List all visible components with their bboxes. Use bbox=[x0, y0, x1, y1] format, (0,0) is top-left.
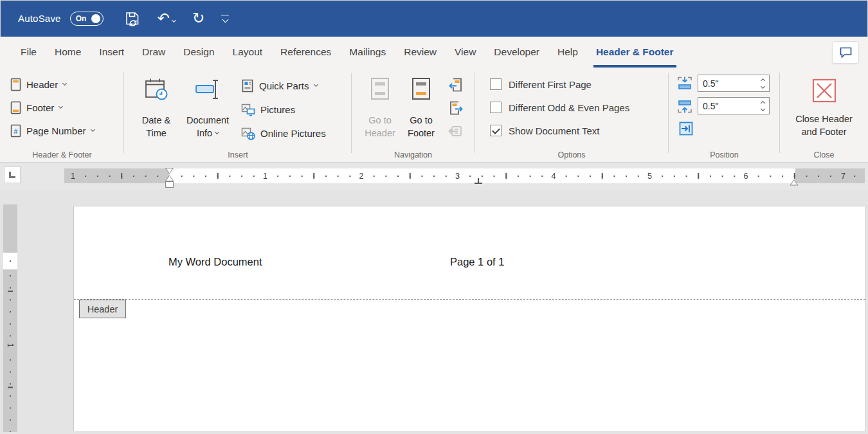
ribbon-tab-bar: File Home Insert Draw Design Layout Refe… bbox=[0, 37, 868, 68]
document-page[interactable]: My Word Document Page 1 of 1 Header bbox=[73, 206, 866, 431]
insert-alignment-tab-button[interactable] bbox=[676, 120, 696, 138]
pictures-label: Pictures bbox=[260, 104, 295, 115]
header-page-number-text[interactable]: Page 1 of 1 bbox=[450, 256, 504, 268]
overline bbox=[221, 15, 229, 16]
date-time-label-line2: Time bbox=[146, 127, 167, 140]
header-from-top-row: 0.5" bbox=[676, 72, 780, 95]
show-document-text-checkbox[interactable]: Show Document Text bbox=[490, 119, 669, 142]
horizontal-ruler[interactable]: 1 1 2 3 4 5 6 7 bbox=[64, 168, 865, 183]
link-to-previous-icon bbox=[448, 123, 464, 140]
autosave-toggle[interactable]: On bbox=[70, 12, 104, 26]
navigation-small-buttons bbox=[447, 70, 465, 162]
tab-home[interactable]: Home bbox=[46, 37, 90, 68]
page-number-icon: # bbox=[10, 124, 21, 138]
chevron-down-icon bbox=[215, 130, 219, 134]
autosave-toggle-state: On bbox=[76, 14, 87, 23]
ruler-number: 2 bbox=[357, 168, 366, 183]
go-to-header-icon bbox=[368, 77, 392, 102]
next-section-button[interactable] bbox=[447, 100, 465, 116]
tab-design[interactable]: Design bbox=[174, 37, 223, 68]
insert-small-buttons: Quick Parts Pictures bbox=[241, 70, 326, 162]
tab-view[interactable]: View bbox=[446, 37, 485, 68]
tab-mailings[interactable]: Mailings bbox=[340, 37, 395, 68]
go-to-footer-button[interactable]: Go to Footer bbox=[401, 70, 442, 162]
quick-parts-button[interactable]: Quick Parts bbox=[241, 76, 326, 95]
tab-file[interactable]: File bbox=[12, 37, 46, 68]
date-time-button[interactable]: Date & Time bbox=[131, 70, 182, 162]
center-tab-stop-marker[interactable] bbox=[475, 176, 482, 187]
group-navigation: Go to Header Go to Footer bbox=[352, 68, 475, 162]
header-from-top-value: 0.5" bbox=[703, 78, 718, 89]
ruler-number: 5 bbox=[645, 168, 655, 183]
redo-button[interactable]: ↻ bbox=[192, 11, 204, 26]
chevron-down-icon bbox=[59, 104, 63, 109]
close-header-footer-button[interactable]: Close Header and Footer bbox=[786, 71, 863, 162]
document-info-label-line2: Info bbox=[197, 127, 212, 140]
page-number-button-label: Page Number bbox=[26, 125, 86, 136]
tab-draw[interactable]: Draw bbox=[133, 37, 174, 68]
pictures-button[interactable]: Pictures bbox=[241, 100, 326, 119]
footer-from-bottom-spinner[interactable] bbox=[757, 102, 769, 111]
header-icon bbox=[10, 78, 21, 91]
insert-alignment-tab-icon bbox=[678, 120, 694, 137]
header-boundary-line bbox=[74, 299, 865, 300]
pictures-icon bbox=[241, 103, 255, 116]
indent-markers[interactable] bbox=[165, 168, 174, 192]
checkbox-icon[interactable] bbox=[490, 102, 502, 113]
show-document-text-label: Show Document Text bbox=[509, 125, 599, 136]
tab-references[interactable]: References bbox=[271, 37, 340, 68]
left-indent-marker[interactable] bbox=[166, 182, 174, 188]
hanging-indent-marker[interactable] bbox=[166, 176, 174, 181]
footer-from-bottom-icon bbox=[676, 98, 693, 114]
footer-icon bbox=[10, 101, 21, 114]
quick-access-options-button[interactable] bbox=[221, 15, 229, 23]
header-from-top-spinner[interactable] bbox=[757, 79, 769, 88]
tab-layout[interactable]: Layout bbox=[224, 37, 272, 68]
link-to-previous-button bbox=[447, 123, 465, 140]
spinner-down-icon[interactable] bbox=[761, 106, 765, 111]
checkbox-icon[interactable] bbox=[490, 78, 502, 90]
online-pictures-button[interactable]: Online Pictures bbox=[241, 123, 326, 143]
different-odd-even-checkbox[interactable]: Different Odd & Even Pages bbox=[490, 96, 669, 119]
spinner-up-icon[interactable] bbox=[761, 78, 765, 82]
spinner-down-icon[interactable] bbox=[761, 84, 765, 88]
right-indent-marker[interactable] bbox=[790, 177, 799, 188]
left-tab-icon bbox=[9, 172, 15, 178]
undo-dropdown-chevron-icon[interactable] bbox=[172, 18, 176, 23]
undo-split-button[interactable]: ↶ bbox=[158, 11, 176, 26]
tab-header-footer[interactable]: Header & Footer bbox=[587, 37, 683, 68]
group-label: Header & Footer bbox=[0, 150, 124, 159]
header-button[interactable]: Header bbox=[10, 74, 124, 95]
ruler-number: 3 bbox=[453, 168, 462, 183]
tab-stop-selector[interactable] bbox=[4, 167, 21, 183]
page-number-button[interactable]: # Page Number bbox=[10, 120, 124, 141]
link-to-previous-back-button[interactable] bbox=[447, 77, 465, 93]
tab-developer[interactable]: Developer bbox=[485, 37, 548, 68]
header-from-top-input[interactable]: 0.5" bbox=[698, 75, 770, 92]
tab-insert[interactable]: Insert bbox=[90, 37, 133, 68]
save-button[interactable] bbox=[124, 10, 141, 27]
close-button-label-line1: Close Header bbox=[795, 113, 853, 125]
group-label: Options bbox=[475, 150, 669, 159]
header-left-text[interactable]: My Word Document bbox=[168, 256, 262, 268]
different-first-page-checkbox[interactable]: Different First Page bbox=[490, 73, 669, 96]
checkbox-icon[interactable] bbox=[490, 125, 502, 136]
footer-from-bottom-input[interactable]: 0.5" bbox=[698, 97, 770, 114]
tab-help[interactable]: Help bbox=[548, 37, 587, 68]
word-window: AutoSave On ↶ ↻ bbox=[0, 0, 868, 434]
spinner-up-icon[interactable] bbox=[761, 100, 765, 105]
ruler-number: 7 bbox=[838, 168, 848, 183]
tab-review[interactable]: Review bbox=[395, 37, 446, 68]
comments-button[interactable] bbox=[832, 41, 859, 64]
first-line-indent-marker[interactable] bbox=[166, 168, 174, 174]
document-info-button[interactable]: Document Info bbox=[182, 70, 233, 162]
footer-button[interactable]: Footer bbox=[10, 97, 124, 118]
go-to-footer-label-line1: Go to bbox=[410, 114, 432, 127]
ribbon: Header Footer # Page Number Header & bbox=[0, 68, 868, 163]
title-bar: AutoSave On ↶ ↻ bbox=[0, 0, 868, 37]
online-pictures-label: Online Pictures bbox=[260, 128, 326, 139]
ruler-number: 1 bbox=[68, 168, 78, 183]
close-icon bbox=[811, 77, 838, 104]
ruler-number: 6 bbox=[741, 168, 751, 183]
vertical-ruler[interactable]: 1 bbox=[3, 204, 17, 432]
